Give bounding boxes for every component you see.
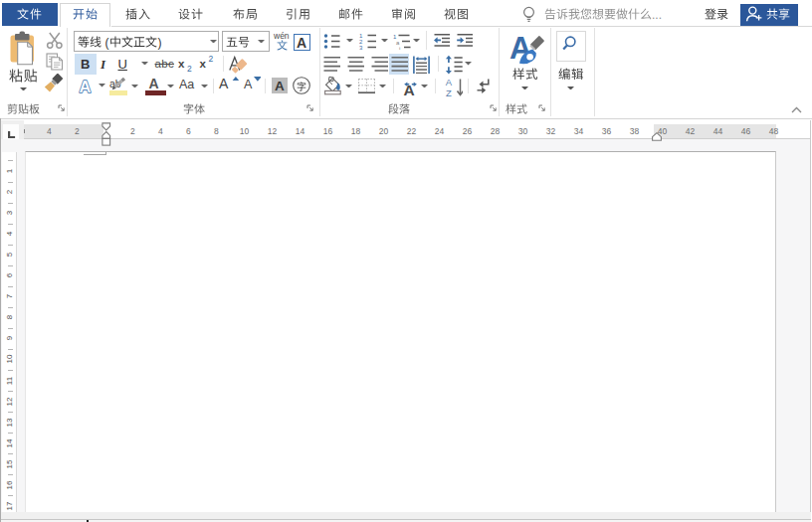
svg-text:Z: Z [446, 87, 452, 97]
svg-text:i: i [399, 45, 400, 50]
svg-text:3: 3 [359, 45, 363, 50]
svg-text:A: A [445, 77, 452, 87]
svg-text:A: A [80, 78, 92, 95]
